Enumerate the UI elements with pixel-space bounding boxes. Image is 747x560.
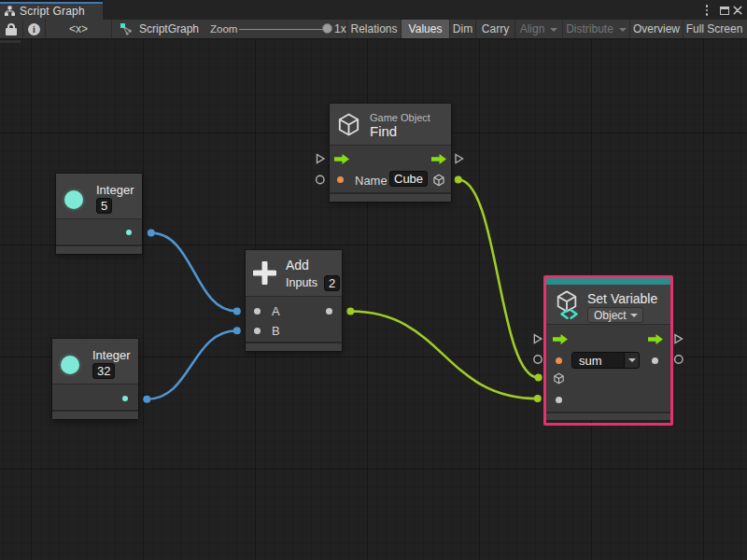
zoom-label: Zoom: [210, 20, 237, 38]
node-add-header: Add Inputs 2: [246, 250, 342, 296]
toolbar-button-dim[interactable]: Dim: [450, 20, 475, 38]
find-name-port[interactable]: [337, 176, 344, 183]
toolbar-button-distribute[interactable]: Distribute: [563, 20, 629, 38]
tab-bar: Script Graph: [0, 0, 747, 20]
add-input-a-label: A: [272, 304, 280, 318]
variable-name-label: sum: [572, 353, 624, 368]
add-input-b-label: B: [272, 324, 280, 338]
lock-icon: [6, 23, 17, 35]
zoom-slider-track: [239, 29, 330, 31]
toolbar-separator: [111, 20, 112, 38]
integer-output-port[interactable]: [122, 396, 128, 401]
node-category: Game Object: [370, 112, 430, 123]
flow-in-arrow[interactable]: [553, 334, 568, 344]
add-input-b-port[interactable]: [254, 328, 261, 334]
lock-tail-strip: [0, 40, 21, 43]
variable-kind-dropdown[interactable]: Object: [587, 307, 643, 323]
toolbar-button-relations[interactable]: Relations: [347, 20, 401, 38]
add-plus-icon: [253, 261, 276, 285]
graph-breadcrumb-icon: [120, 22, 133, 35]
find-name-label: Name: [355, 174, 388, 188]
node-integer-1[interactable]: Integer 5: [56, 174, 142, 254]
toolbar-button-align[interactable]: Align: [515, 20, 562, 38]
variables-toggle-button[interactable]: <x>: [46, 20, 111, 38]
integer-literal-icon: [61, 356, 79, 374]
breadcrumb[interactable]: ScriptGraph: [120, 20, 199, 38]
window-maximize-button[interactable]: [718, 4, 731, 17]
node-integer-2-body: [52, 384, 138, 410]
graph-toolbar: i <x> ScriptGraph Zoom 1x Relations Valu…: [0, 20, 747, 39]
close-icon: [733, 6, 742, 15]
script-graph-window: Script Graph i <x>: [0, 0, 747, 560]
lock-button[interactable]: [0, 20, 22, 38]
node-title: Add: [286, 258, 309, 273]
setvar-object-port-icon[interactable]: [553, 372, 565, 385]
variable-kind-label: Object: [594, 309, 627, 322]
node-add[interactable]: Add Inputs 2 A B: [246, 250, 342, 351]
node-title: Integer: [96, 183, 134, 198]
zoom-slider-handle[interactable]: [322, 23, 332, 34]
zoom-slider[interactable]: [239, 20, 330, 38]
align-dropdown-caret: [550, 28, 557, 32]
game-object-port-icon[interactable]: [432, 174, 445, 187]
node-integer-1-header: Integer 5: [56, 174, 142, 218]
flow-out-arrow[interactable]: [648, 334, 663, 344]
set-variable-code-icon: [559, 309, 578, 319]
kebab-icon: [706, 5, 709, 16]
distribute-dropdown-caret: [619, 28, 627, 32]
window-menu-button[interactable]: [700, 4, 713, 17]
add-output-port[interactable]: [326, 308, 332, 315]
integer-output-port[interactable]: [126, 230, 132, 235]
info-button[interactable]: i: [23, 20, 45, 38]
node-integer-2[interactable]: Integer 32: [52, 339, 138, 419]
variable-name-caret: [628, 358, 636, 362]
breadcrumb-label: ScriptGraph: [139, 22, 199, 35]
node-find-footer: [330, 192, 451, 202]
tab-title: Script Graph: [20, 5, 85, 18]
add-inputs-label: Inputs: [286, 275, 317, 290]
game-object-cube-icon: [336, 112, 361, 137]
node-title: Integer: [92, 348, 130, 363]
node-set-variable[interactable]: Set Variable Object sum: [546, 278, 670, 420]
node-title: Set Variable: [587, 291, 657, 306]
variable-name-caret-button[interactable]: [624, 353, 639, 368]
tab-script-graph[interactable]: Script Graph: [0, 0, 103, 20]
integer-literal-icon: [64, 190, 83, 209]
variable-name-dropdown[interactable]: sum: [571, 352, 640, 369]
node-set-variable-body: sum: [546, 324, 670, 412]
variable-kind-caret: [630, 314, 638, 317]
node-add-footer: [246, 342, 342, 351]
flow-in-arrow[interactable]: [334, 154, 349, 164]
integer-value-field[interactable]: 32: [92, 363, 115, 379]
toolbar-button-values[interactable]: Values: [402, 20, 449, 38]
zoom-value: 1x: [334, 20, 346, 38]
add-inputs-count-field[interactable]: 2: [324, 275, 340, 291]
node-add-body: A B: [246, 296, 342, 342]
find-name-value-field[interactable]: Cube: [389, 171, 428, 187]
variables-icon: <x>: [69, 22, 88, 35]
node-title: Find: [370, 124, 397, 139]
integer-value-field[interactable]: 5: [96, 198, 112, 214]
setvar-value-out-port[interactable]: [652, 357, 658, 364]
add-input-a-port[interactable]: [254, 308, 261, 315]
node-integer-1-footer: [56, 245, 142, 254]
toolbar-button-carry[interactable]: Carry: [476, 20, 514, 38]
node-set-variable-header: Set Variable Object: [546, 285, 670, 324]
info-icon: i: [28, 23, 40, 35]
window-close-button[interactable]: [731, 4, 744, 17]
node-integer-1-body: [56, 218, 142, 245]
node-integer-2-footer: [52, 410, 138, 419]
toolbar-button-fullscreen[interactable]: Full Screen: [684, 20, 745, 38]
node-integer-2-header: Integer 32: [52, 339, 138, 384]
setvar-fallback-port[interactable]: [556, 397, 562, 403]
node-find-body: Name Cube: [330, 145, 451, 192]
flow-out-arrow[interactable]: [431, 154, 446, 164]
variable-kind-strip: [546, 278, 670, 285]
node-find[interactable]: Game Object Find Name Cube: [330, 104, 451, 202]
node-find-header: Game Object Find: [330, 104, 451, 145]
script-graph-icon: [5, 6, 15, 16]
node-set-variable-footer: [546, 412, 670, 420]
toolbar-button-overview[interactable]: Overview: [630, 20, 683, 38]
setvar-value-in-port[interactable]: [556, 357, 562, 364]
maximize-icon: [720, 7, 729, 15]
